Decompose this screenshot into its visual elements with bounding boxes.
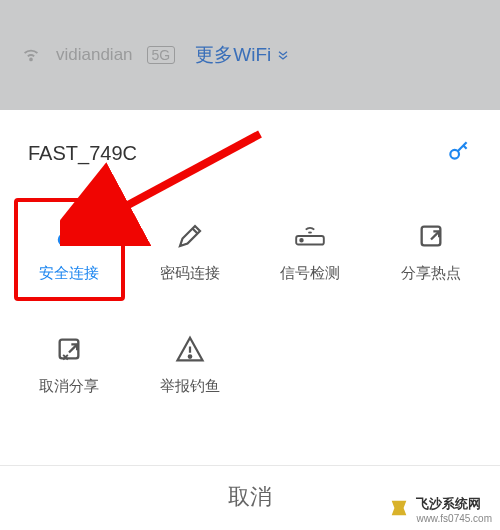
action-sheet: FAST_749C 安全连接 密码连接 信号检测 — [0, 110, 500, 530]
option-signal-detect[interactable]: 信号检测 — [255, 198, 366, 301]
option-share-hotspot[interactable]: 分享热点 — [376, 198, 487, 301]
share-out-icon — [417, 218, 445, 254]
svg-point-1 — [450, 150, 459, 159]
logo-icon — [388, 497, 410, 522]
option-label: 分享热点 — [401, 264, 461, 283]
svg-point-4 — [300, 239, 303, 242]
svg-point-7 — [189, 355, 192, 358]
option-label: 取消分享 — [39, 377, 99, 396]
option-label: 密码连接 — [160, 264, 220, 283]
wifi-icon — [20, 42, 42, 68]
background-badge: 5G — [147, 46, 176, 64]
key-icon — [54, 218, 84, 254]
option-secure-connect[interactable]: 安全连接 — [14, 198, 125, 301]
sheet-header: FAST_749C — [0, 110, 500, 186]
option-label: 安全连接 — [39, 264, 99, 283]
watermark: 飞沙系统网 www.fs0745.com — [388, 495, 492, 524]
option-password-connect[interactable]: 密码连接 — [135, 198, 246, 301]
option-cancel-share[interactable]: 取消分享 — [14, 315, 125, 410]
options-grid: 安全连接 密码连接 信号检测 分享热点 取消分享 — [0, 186, 500, 414]
router-icon — [293, 218, 327, 254]
watermark-title: 飞沙系统网 — [416, 496, 481, 511]
more-wifi-link[interactable]: 更多WiFi — [195, 42, 291, 68]
svg-rect-5 — [421, 227, 440, 246]
cancel-label: 取消 — [228, 484, 272, 509]
svg-point-0 — [30, 59, 32, 61]
background-ssid: vidiandian — [56, 45, 133, 65]
svg-point-2 — [59, 235, 69, 245]
chevron-double-down-icon — [275, 47, 291, 63]
background-wifi-row: vidiandian 5G 更多WiFi — [0, 0, 500, 110]
svg-rect-6 — [60, 340, 79, 359]
option-report-phishing[interactable]: 举报钓鱼 — [135, 315, 246, 410]
watermark-sub: www.fs0745.com — [416, 513, 492, 524]
share-x-icon — [55, 331, 83, 367]
option-label: 信号检测 — [280, 264, 340, 283]
more-wifi-label: 更多WiFi — [195, 42, 271, 68]
pencil-icon — [175, 218, 205, 254]
option-label: 举报钓鱼 — [160, 377, 220, 396]
key-icon — [446, 138, 472, 168]
sheet-title: FAST_749C — [28, 142, 137, 165]
alert-icon — [175, 331, 205, 367]
